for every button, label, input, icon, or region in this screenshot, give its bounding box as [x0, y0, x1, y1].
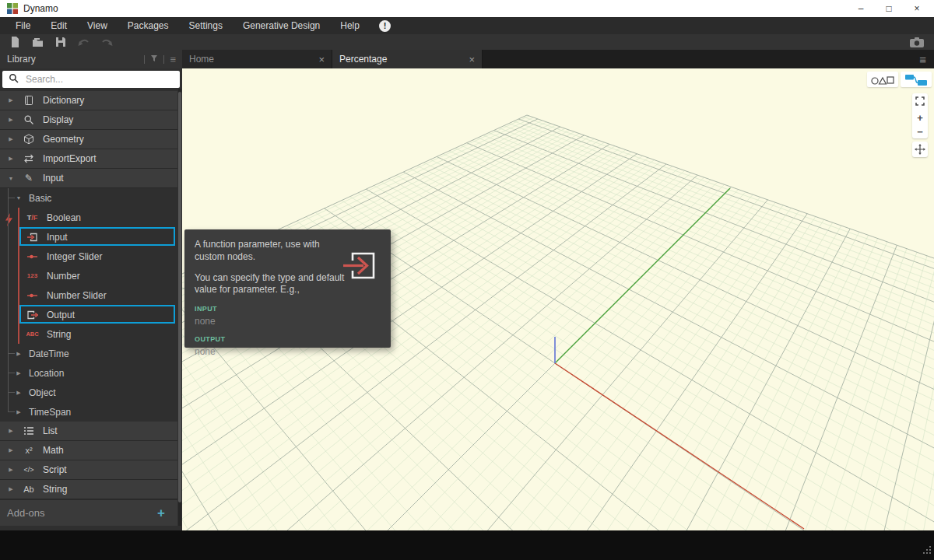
- chevron-right-icon[interactable]: ▶: [6, 486, 16, 492]
- chevron-right-icon[interactable]: ▶: [14, 390, 23, 396]
- library-item-output[interactable]: Output: [0, 305, 177, 324]
- tab-close-icon[interactable]: ×: [318, 54, 325, 65]
- library-label: Boolean: [47, 212, 81, 223]
- library-tree: ▶Dictionary▶Display▶Geometry▶ImportExpor…: [0, 91, 177, 499]
- library-category-importexport[interactable]: ▶ImportExport: [0, 149, 177, 169]
- library-category-input[interactable]: ▼✎Input: [0, 169, 177, 188]
- node-graph-icon: [904, 73, 928, 86]
- tooltip-input-value: none: [195, 316, 381, 328]
- cube-icon: [23, 134, 35, 145]
- library-item-boolean[interactable]: T/FBoolean: [0, 208, 177, 227]
- tab-percentage[interactable]: Percentage×: [332, 50, 483, 68]
- dynamo-window: Dynamo – □ × FileEditViewPackagesSetting…: [0, 0, 934, 560]
- new-file-button[interactable]: [9, 36, 20, 48]
- chevron-right-icon[interactable]: ▶: [6, 156, 16, 162]
- list-icon: [23, 425, 35, 436]
- open-file-button[interactable]: [32, 37, 44, 47]
- chevron-right-icon[interactable]: ▶: [6, 97, 16, 103]
- zoom-out-button[interactable]: −: [917, 127, 923, 137]
- library-category-dictionary[interactable]: ▶Dictionary: [0, 91, 177, 110]
- slider-icon: [25, 251, 40, 262]
- menu-help[interactable]: Help: [330, 17, 370, 34]
- library-group-object[interactable]: ▶Object: [0, 383, 177, 402]
- library-group-timespan[interactable]: ▶TimeSpan: [0, 402, 177, 422]
- menu-view[interactable]: View: [77, 17, 118, 34]
- zoom-in-button[interactable]: +: [917, 113, 923, 123]
- chevron-right-icon[interactable]: ▶: [6, 136, 16, 142]
- menu-packages[interactable]: Packages: [118, 17, 179, 34]
- library-label: Input: [43, 173, 64, 184]
- library-group-basic[interactable]: ▼Basic: [0, 188, 177, 208]
- background-3d-preview[interactable]: A function parameter, use with custom no…: [182, 68, 934, 530]
- library-item-input[interactable]: Input: [0, 227, 177, 247]
- menu-edit[interactable]: Edit: [40, 17, 77, 34]
- filter-icon[interactable]: [150, 54, 158, 65]
- library-category-geometry[interactable]: ▶Geometry: [0, 130, 177, 149]
- input-node-icon: [25, 232, 40, 243]
- toolbar: [0, 34, 934, 50]
- library-category-display[interactable]: ▶Display: [0, 110, 177, 130]
- pan-button[interactable]: [912, 142, 928, 157]
- library-item-number[interactable]: 123Number: [0, 266, 177, 285]
- chevron-right-icon[interactable]: ▶: [6, 117, 16, 123]
- search-icon: [9, 72, 19, 86]
- save-button[interactable]: [55, 37, 66, 47]
- export-workspace-image-button[interactable]: [909, 36, 925, 48]
- close-button[interactable]: ×: [903, 0, 931, 17]
- num123-icon: 123: [25, 272, 40, 279]
- add-package-button[interactable]: +: [157, 506, 165, 521]
- search-input[interactable]: [24, 73, 174, 86]
- library-layout-menu-icon[interactable]: ≡: [170, 55, 176, 64]
- bottom-bar: [0, 530, 934, 560]
- book-icon: [23, 95, 35, 106]
- geometry-shapes-icon: [870, 73, 895, 86]
- chevron-down-icon[interactable]: ▼: [6, 176, 16, 181]
- chevron-right-icon[interactable]: ▶: [14, 409, 23, 415]
- tab-home[interactable]: Home×: [182, 50, 332, 68]
- divider: [144, 55, 145, 64]
- tab-overflow-menu-icon[interactable]: ≡: [919, 53, 926, 66]
- menu-settings[interactable]: Settings: [179, 17, 233, 34]
- menu-file[interactable]: File: [5, 17, 40, 34]
- library-label: String: [47, 329, 71, 340]
- menu-generative-design[interactable]: Generative Design: [233, 17, 330, 34]
- resize-grip[interactable]: [922, 544, 932, 558]
- redo-button[interactable]: [101, 37, 113, 47]
- library-category-math[interactable]: ▶x²Math: [0, 441, 177, 460]
- library-search[interactable]: [2, 71, 180, 88]
- minimize-button[interactable]: –: [847, 0, 875, 17]
- library-group-location[interactable]: ▶Location: [0, 363, 177, 383]
- zoom-fit-button[interactable]: [915, 95, 925, 109]
- tooltip-description-1: A function parameter, use with custom no…: [195, 239, 350, 264]
- chevron-right-icon[interactable]: ▶: [6, 467, 16, 473]
- library-group-datetime[interactable]: ▶DateTime: [0, 344, 177, 363]
- menubar-items: FileEditViewPackagesSettingsGenerative D…: [5, 17, 370, 34]
- chevron-right-icon[interactable]: ▶: [6, 447, 16, 453]
- pan-icon: [915, 144, 925, 155]
- library-label: Input: [47, 232, 68, 243]
- graph-view-button[interactable]: [901, 72, 932, 87]
- addons-bar[interactable]: Add-ons +: [0, 499, 177, 526]
- scrollbar-thumb[interactable]: [178, 92, 181, 502]
- tooltip-description-2: You can specify the type and default val…: [195, 272, 350, 297]
- library-item-integer-slider[interactable]: Integer Slider: [0, 247, 177, 266]
- library-category-list[interactable]: ▶List: [0, 422, 177, 441]
- chevron-right-icon[interactable]: ▶: [14, 370, 23, 376]
- library-scrollbar[interactable]: [178, 89, 181, 526]
- geometry-view-button[interactable]: [867, 72, 898, 87]
- library-item-number-slider[interactable]: Number Slider: [0, 285, 177, 305]
- selection-highlight: [19, 305, 175, 324]
- chevron-right-icon[interactable]: ▶: [6, 428, 16, 434]
- chevron-right-icon[interactable]: ▶: [14, 351, 23, 357]
- undo-button[interactable]: [78, 37, 90, 47]
- tab-close-icon[interactable]: ×: [469, 54, 475, 65]
- dynamo-logo-icon: [7, 3, 18, 14]
- library-category-script[interactable]: ▶</>Script: [0, 460, 177, 480]
- library-label: Basic: [29, 193, 51, 204]
- chevron-down-icon[interactable]: ▼: [14, 195, 23, 201]
- library-category-string[interactable]: ▶AbString: [0, 480, 177, 499]
- maximize-button[interactable]: □: [875, 0, 903, 17]
- notifications-icon[interactable]: !: [379, 20, 391, 32]
- library-label: Location: [29, 368, 64, 379]
- library-item-string[interactable]: ABCString: [0, 324, 177, 344]
